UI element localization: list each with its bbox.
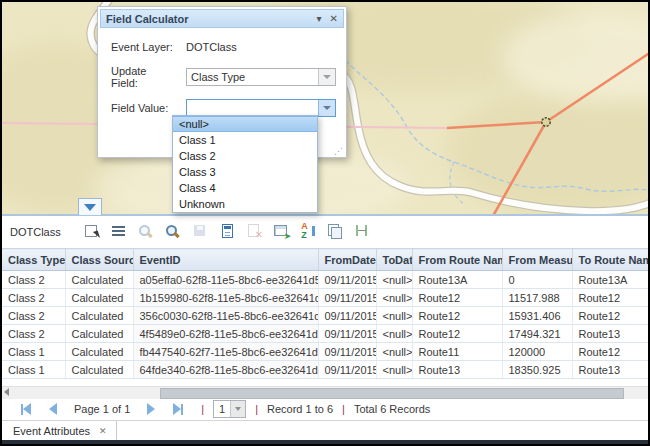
table-cell[interactable]: 356c0030-62f8-11e5-8bc6-ee32641d5ec9	[133, 307, 318, 325]
table-cell[interactable]: Route12	[572, 289, 648, 307]
combo-dropdown-button[interactable]	[318, 69, 335, 85]
column-header[interactable]: Class Type	[2, 249, 65, 271]
dropdown-option[interactable]: Class 2	[173, 148, 317, 164]
select-records-icon[interactable]	[83, 222, 101, 240]
table-cell[interactable]: Route13A	[412, 271, 502, 289]
page-number-select[interactable]: 1	[213, 400, 246, 418]
table-cell[interactable]: 09/11/2015	[318, 307, 376, 325]
sort-az-icon[interactable]	[299, 222, 317, 240]
table-cell[interactable]: fb447540-62f7-11e5-8bc6-ee32641d5ec9	[133, 343, 318, 361]
table-cell[interactable]: Route11	[412, 343, 502, 361]
column-header[interactable]: FromDate	[318, 249, 376, 271]
table-cell[interactable]: Class 2	[2, 289, 65, 307]
table-cell[interactable]: <null>	[376, 325, 412, 343]
table-cell[interactable]: 17494.321	[502, 325, 572, 343]
table-cell[interactable]: Route12	[572, 307, 648, 325]
table-cell[interactable]: Route12	[412, 307, 502, 325]
table-cell[interactable]: Class 1	[2, 361, 65, 379]
dropdown-option[interactable]: Unknown	[173, 196, 317, 212]
table-cell[interactable]: Route13	[412, 361, 502, 379]
fit-column-width-icon[interactable]	[353, 222, 371, 240]
table-cell[interactable]: a05effa0-62f8-11e5-8bc6-ee32641d5ec9	[133, 271, 318, 289]
show-all-records-icon[interactable]	[110, 222, 128, 240]
zoom-to-all-icon[interactable]	[164, 222, 182, 240]
close-icon[interactable]: ✕	[330, 14, 338, 24]
combo-dropdown-button[interactable]	[318, 100, 335, 116]
table-row[interactable]: Class 2Calculated356c0030-62f8-11e5-8bc6…	[2, 307, 648, 325]
table-cell[interactable]: Route12	[412, 289, 502, 307]
table-cell[interactable]: 09/11/2015	[318, 271, 376, 289]
previous-page-button[interactable]	[49, 403, 57, 415]
attribute-table: Class TypeClass SourceEventIDFromDateToD…	[2, 248, 649, 379]
dropdown-option[interactable]: Class 3	[173, 164, 317, 180]
first-page-button[interactable]	[21, 403, 31, 415]
table-cell[interactable]: Calculated	[65, 361, 133, 379]
table-cell[interactable]: Route13A	[572, 271, 648, 289]
table-cell[interactable]: <null>	[376, 271, 412, 289]
tab-event-attributes[interactable]: Event Attributes ✕	[4, 421, 117, 440]
column-header[interactable]: From Route Name	[412, 249, 502, 271]
table-cell[interactable]: 1b159980-62f8-11e5-8bc6-ee32641d5ec9	[133, 289, 318, 307]
column-header[interactable]: ToDate	[376, 249, 412, 271]
last-page-button[interactable]	[173, 403, 183, 415]
table-cell[interactable]: Calculated	[65, 307, 133, 325]
table-row[interactable]: Class 2Calculated4f5489e0-62f8-11e5-8bc6…	[2, 325, 648, 343]
table-cell[interactable]: Route13	[572, 325, 648, 343]
page-select-button[interactable]	[230, 401, 245, 417]
table-cell[interactable]: 09/11/2015	[318, 325, 376, 343]
minimize-icon[interactable]: ▾	[317, 14, 322, 24]
table-cell[interactable]: <null>	[376, 307, 412, 325]
table-cell[interactable]: 4f5489e0-62f8-11e5-8bc6-ee32641d5ec9	[133, 325, 318, 343]
table-row[interactable]: Class 2Calculateda05effa0-62f8-11e5-8bc6…	[2, 271, 648, 289]
panel-tab-bar: Event Attributes ✕	[2, 420, 648, 446]
column-header[interactable]: To Route Name	[572, 249, 648, 271]
dialog-title: Field Calculator	[106, 13, 309, 25]
table-cell[interactable]: 11517.988	[502, 289, 572, 307]
update-field-combo[interactable]: Class Type	[186, 68, 336, 86]
dropdown-option[interactable]: Class 4	[173, 180, 317, 196]
scroll-left-icon[interactable]	[4, 388, 9, 396]
table-cell[interactable]: 09/11/2015	[318, 289, 376, 307]
copy-records-icon[interactable]	[326, 222, 344, 240]
table-cell[interactable]: 64fde340-62f8-11e5-8bc6-ee32641d5ec9	[133, 361, 318, 379]
table-cell[interactable]: Route12	[412, 325, 502, 343]
table-row[interactable]: Class 1Calculated64fde340-62f8-11e5-8bc6…	[2, 361, 648, 379]
dropdown-option[interactable]: <null>	[173, 116, 317, 132]
table-cell[interactable]: 120000	[502, 343, 572, 361]
page-indicator: Page 1 of 1	[74, 403, 130, 415]
table-cell[interactable]: Calculated	[65, 343, 133, 361]
table-cell[interactable]: Class 2	[2, 271, 65, 289]
table-cell[interactable]: Class 2	[2, 307, 65, 325]
column-header[interactable]: From Measure	[502, 249, 572, 271]
resize-grip[interactable]: ⋰	[334, 146, 344, 156]
export-table-icon[interactable]	[272, 222, 290, 240]
table-cell[interactable]: Calculated	[65, 289, 133, 307]
table-cell[interactable]: 09/11/2015	[318, 361, 376, 379]
table-cell[interactable]: Route13	[572, 361, 648, 379]
table-cell[interactable]: 15931.406	[502, 307, 572, 325]
column-header[interactable]: Class Source	[65, 249, 133, 271]
table-cell[interactable]: 18350.925	[502, 361, 572, 379]
table-cell[interactable]: 0	[502, 271, 572, 289]
table-cell[interactable]: 09/11/2015	[318, 343, 376, 361]
tab-label: Event Attributes	[13, 425, 90, 437]
panel-collapse-button[interactable]	[78, 198, 102, 215]
table-row[interactable]: Class 1Calculatedfb447540-62f7-11e5-8bc6…	[2, 343, 648, 361]
field-calculator-icon[interactable]	[218, 222, 236, 240]
table-cell[interactable]: Route12	[572, 343, 648, 361]
attribute-toolbar: DOTClass	[2, 216, 648, 248]
dropdown-option[interactable]: Class 1	[173, 132, 317, 148]
table-cell[interactable]: <null>	[376, 361, 412, 379]
column-header[interactable]: EventID	[133, 249, 318, 271]
table-cell[interactable]: <null>	[376, 343, 412, 361]
dialog-titlebar[interactable]: Field Calculator ▾ ✕	[100, 9, 344, 28]
table-cell[interactable]: Calculated	[65, 325, 133, 343]
table-row[interactable]: Class 2Calculated1b159980-62f8-11e5-8bc6…	[2, 289, 648, 307]
table-cell[interactable]: <null>	[376, 289, 412, 307]
table-cell[interactable]: Class 1	[2, 343, 65, 361]
table-cell[interactable]: Calculated	[65, 271, 133, 289]
route-junction-marker[interactable]	[542, 118, 550, 126]
next-page-button[interactable]	[147, 403, 155, 415]
table-cell[interactable]: Class 2	[2, 325, 65, 343]
tab-close-icon[interactable]: ✕	[99, 426, 107, 436]
